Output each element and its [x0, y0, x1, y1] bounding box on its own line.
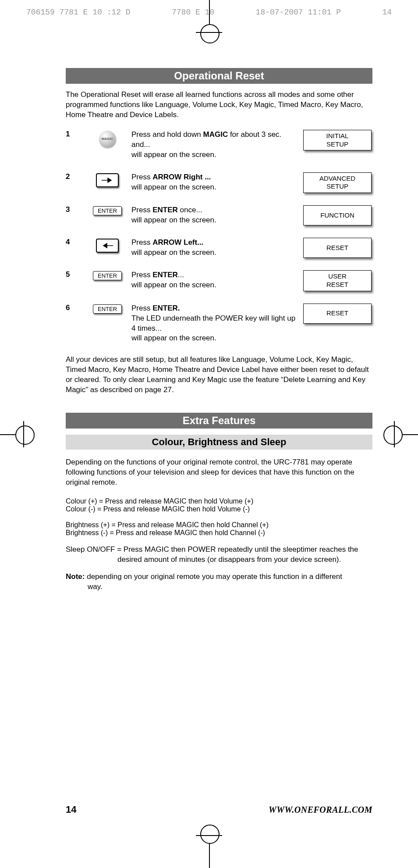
step-number: 4	[66, 238, 83, 246]
step-text-bold: ENTER	[152, 271, 178, 279]
steps-list: 1MAGICPress and hold down MAGIC for abou…	[66, 130, 372, 344]
step-instruction-text: Press and hold down MAGIC for about 3 se…	[131, 130, 302, 160]
document-page: 706159 7781 E 10 :12 D 7780 E 10 18-07-2…	[0, 0, 418, 868]
note-line-2: way.	[88, 582, 372, 592]
slug-date: 18-07-2007 11:01 P	[256, 8, 341, 17]
lcd-display: INITIAL SETUP	[303, 130, 372, 151]
sleep-line-2: desired amount of minutes (or disappears…	[117, 555, 372, 565]
step-screen-container: FUNCTION	[302, 205, 372, 225]
step-instruction-text: Press ENTER. The LED underneath the POWE…	[131, 304, 302, 344]
arrow-left-button-icon	[96, 239, 119, 253]
step-text-pre: Press	[131, 271, 152, 279]
step-row: 1MAGICPress and hold down MAGIC for abou…	[66, 130, 372, 160]
enter-button-icon: ENTER	[93, 304, 122, 314]
page-footer: 14 WWW.ONEFORALL.COM	[66, 804, 372, 815]
brightness-minus-line: Brightness (-) = Press and release MAGIC…	[66, 529, 265, 536]
step-row: 6ENTERPress ENTER. The LED underneath th…	[66, 304, 372, 344]
step-row: 3ENTERPress ENTER once... will appear on…	[66, 205, 372, 225]
note-line-1: depending on your original remote you ma…	[85, 572, 342, 581]
page-number: 14	[66, 804, 76, 815]
step-number: 3	[66, 205, 83, 214]
colour-instructions: Colour (+) = Press and release MAGIC the…	[66, 497, 372, 513]
step-row: 4Press ARROW Left... will appear on the …	[66, 238, 372, 258]
crop-mark-bottom	[209, 844, 210, 868]
section-heading-extra-features: Extra Features	[66, 413, 372, 429]
step-row: 2Press ARROW Right ... will appear on th…	[66, 172, 372, 193]
brightness-plus-line: Brightness (+) = Press and release MAGIC…	[66, 521, 269, 529]
footer-url: WWW.ONEFORALL.COM	[269, 805, 372, 815]
note-paragraph: Note: depending on your original remote …	[66, 572, 372, 592]
sleep-instructions: Sleep ON/OFF = Press MAGIC then POWER re…	[66, 545, 372, 565]
crop-mark-left	[0, 434, 15, 435]
step-number: 5	[66, 270, 83, 279]
subsection-heading-colour-brightness-sleep: Colour, Brightness and Sleep	[66, 435, 372, 450]
step-screen-container: RESET	[302, 304, 372, 324]
lcd-display: USER RESET	[303, 270, 372, 291]
lcd-display: ADVANCED SETUP	[303, 172, 372, 193]
colour-plus-line: Colour (+) = Press and release MAGIC the…	[66, 497, 253, 505]
enter-button-icon: ENTER	[93, 206, 122, 215]
brightness-instructions: Brightness (+) = Press and release MAGIC…	[66, 521, 372, 537]
step-text-bold: ENTER.	[152, 304, 180, 312]
step-screen-container: USER RESET	[302, 270, 372, 291]
arrow-right-button-icon	[96, 173, 119, 187]
step-text-bold: MAGIC	[203, 130, 228, 139]
slug-mid: 7780 E 10	[172, 8, 214, 17]
step-text-bold: ARROW Right ...	[152, 173, 211, 181]
step-text-bold: ARROW Left...	[152, 238, 203, 246]
note-label: Note:	[66, 572, 85, 581]
step-screen-container: ADVANCED SETUP	[302, 172, 372, 193]
step-instruction-text: Press ENTER... will appear on the screen…	[131, 270, 302, 290]
magic-button-icon: MAGIC	[99, 131, 116, 147]
slug-page: 14	[382, 8, 392, 17]
sleep-line-1: Sleep ON/OFF = Press MAGIC then POWER re…	[66, 545, 358, 554]
step-text-post: will appear on the screen.	[131, 248, 216, 257]
step-text-pre: Press	[131, 304, 152, 312]
slug-left: 706159 7781 E 10 :12 D	[26, 8, 131, 17]
extra-intro-paragraph: Depending on the functions of your origi…	[66, 457, 372, 488]
lcd-display: RESET	[303, 304, 372, 324]
step-text-post: The LED underneath the POWER key will li…	[131, 314, 295, 343]
step-screen-container: INITIAL SETUP	[302, 130, 372, 151]
step-text-bold: ENTER	[152, 206, 178, 214]
step-instruction-text: Press ARROW Left... will appear on the s…	[131, 238, 302, 258]
step-screen-container: RESET	[302, 238, 372, 258]
step-button-graphic	[83, 172, 131, 187]
step-row: 5ENTERPress ENTER... will appear on the …	[66, 270, 372, 291]
step-text-pre: Press	[131, 173, 152, 181]
step-instruction-text: Press ENTER once... will appear on the s…	[131, 205, 302, 225]
step-number: 6	[66, 304, 83, 312]
intro-paragraph: The Operational Reset will erase all lea…	[66, 90, 372, 120]
step-text-pre: Press	[131, 206, 152, 214]
lcd-display: RESET	[303, 238, 372, 258]
step-text-post: will appear on the screen.	[131, 183, 216, 191]
section-heading-operational-reset: Operational Reset	[66, 68, 372, 84]
step-button-graphic: MAGIC	[83, 130, 131, 147]
step-text-pre: Press and hold down	[131, 130, 203, 139]
step-number: 1	[66, 130, 83, 139]
step-text-pre: Press	[131, 238, 152, 246]
step-button-graphic	[83, 238, 131, 253]
colour-minus-line: Colour (-) = Press and release MAGIC the…	[66, 505, 250, 513]
step-button-graphic: ENTER	[83, 270, 131, 280]
step-button-graphic: ENTER	[83, 304, 131, 314]
after-steps-paragraph: All your devices are still setup, but al…	[66, 355, 372, 395]
enter-button-icon: ENTER	[93, 271, 122, 280]
page-content: Operational Reset The Operational Reset …	[66, 68, 372, 592]
lcd-display: FUNCTION	[303, 205, 372, 225]
step-instruction-text: Press ARROW Right ... will appear on the…	[131, 172, 302, 193]
step-number: 2	[66, 172, 83, 181]
crop-mark-top	[209, 0, 210, 24]
crop-mark-right	[403, 434, 418, 435]
step-button-graphic: ENTER	[83, 205, 131, 215]
